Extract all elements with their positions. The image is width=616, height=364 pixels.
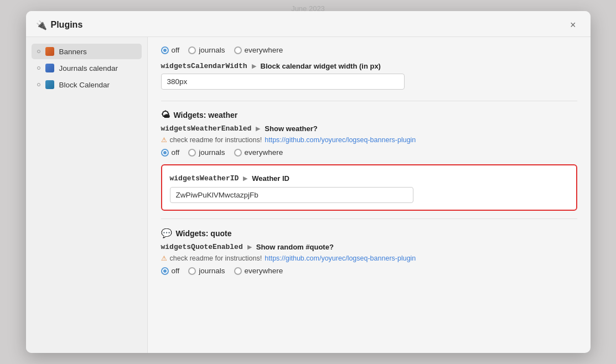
top-radio-row: off journals everywhere bbox=[161, 46, 577, 54]
sidebar-bullet-journals bbox=[37, 66, 40, 70]
weather-heading-icon: 🌤 bbox=[161, 110, 170, 120]
top-radio-off-circle bbox=[161, 46, 169, 54]
top-radio-everywhere[interactable]: everywhere bbox=[234, 46, 283, 54]
weather-radio-journals[interactable]: journals bbox=[188, 148, 225, 157]
quote-heading-icon: 💬 bbox=[161, 228, 172, 238]
plugins-dialog: 🔌 Plugins × Banners Journals calendar Bl… bbox=[26, 11, 591, 353]
banners-icon bbox=[45, 46, 55, 56]
weather-radio-row: off journals everywhere bbox=[161, 148, 577, 157]
weather-heading: 🌤 Widgets: weather bbox=[161, 107, 577, 120]
quote-radio-everywhere-label: everywhere bbox=[245, 267, 283, 275]
weather-radio-journals-circle bbox=[188, 149, 196, 157]
close-button[interactable]: × bbox=[567, 19, 579, 31]
weather-id-input[interactable] bbox=[170, 187, 413, 203]
weather-id-row: widgetsWeatherID ▶ Weather ID bbox=[170, 174, 568, 183]
sidebar-item-journals[interactable]: Journals calendar bbox=[32, 60, 142, 76]
top-radio-journals[interactable]: journals bbox=[188, 46, 225, 54]
quote-enabled-arrow: ▶ bbox=[247, 243, 252, 251]
weather-enabled-key: widgetsWeatherEnabled bbox=[161, 124, 252, 133]
quote-warning-row: ⚠ check readme for instructions! https:/… bbox=[161, 254, 577, 262]
quote-warning-text: check readme for instructions! bbox=[170, 254, 262, 262]
quote-link[interactable]: https://github.com/yoyurec/logseq-banner… bbox=[265, 254, 416, 262]
quote-heading: 💬 Widgets: quote bbox=[161, 225, 577, 238]
quote-enabled-desc: Show random #quote? bbox=[256, 243, 334, 251]
top-radio-everywhere-circle bbox=[234, 46, 242, 54]
bg-date: June 2023 bbox=[291, 4, 325, 13]
weather-radio-off-label: off bbox=[172, 148, 180, 157]
weather-warning-row: ⚠ check readme for instructions! https:/… bbox=[161, 136, 577, 144]
calendar-width-arrow: ▶ bbox=[252, 63, 256, 70]
calendar-width-input[interactable] bbox=[161, 74, 405, 90]
dialog-header: 🔌 Plugins × bbox=[26, 11, 591, 37]
quote-radio-journals[interactable]: journals bbox=[188, 267, 225, 275]
weather-radio-everywhere[interactable]: everywhere bbox=[234, 148, 283, 157]
weather-radio-everywhere-label: everywhere bbox=[245, 148, 283, 157]
quote-radio-journals-circle bbox=[188, 267, 196, 275]
weather-radio-off-circle bbox=[161, 149, 169, 157]
quote-radio-off[interactable]: off bbox=[161, 267, 180, 275]
sidebar-item-block[interactable]: Block Calendar bbox=[32, 77, 142, 92]
quote-warning-icon: ⚠ bbox=[161, 254, 167, 262]
weather-enabled-arrow: ▶ bbox=[256, 125, 260, 132]
weather-heading-label: Widgets: weather bbox=[174, 111, 238, 119]
quote-heading-label: Widgets: quote bbox=[176, 229, 232, 238]
plugin-icon: 🔌 bbox=[36, 20, 47, 30]
weather-radio-journals-label: journals bbox=[199, 148, 225, 157]
weather-id-box: widgetsWeatherID ▶ Weather ID bbox=[161, 164, 577, 211]
sidebar-label-block: Block Calendar bbox=[59, 81, 110, 89]
top-radio-off-label: off bbox=[172, 46, 180, 54]
weather-link[interactable]: https://github.com/yoyurec/logseq-banner… bbox=[265, 136, 416, 144]
quote-enabled-key: widgetsQuoteEnabled bbox=[161, 243, 243, 251]
weather-id-key: widgetsWeatherID bbox=[170, 174, 239, 183]
quote-radio-everywhere[interactable]: everywhere bbox=[234, 267, 283, 275]
divider-2 bbox=[161, 219, 577, 219]
sidebar: Banners Journals calendar Block Calendar bbox=[26, 37, 148, 353]
sidebar-bullet-block bbox=[37, 83, 40, 86]
calendar-width-row: widgetsCalendarWidth ▶ Block calendar wi… bbox=[161, 62, 577, 70]
weather-id-desc: Weather ID bbox=[252, 174, 289, 183]
quote-radio-row: off journals everywhere bbox=[161, 267, 577, 275]
weather-radio-off[interactable]: off bbox=[161, 148, 180, 157]
dialog-body: Banners Journals calendar Block Calendar… bbox=[26, 37, 591, 353]
journals-icon bbox=[45, 63, 55, 73]
top-radio-journals-circle bbox=[188, 46, 196, 54]
block-icon bbox=[45, 80, 55, 90]
dialog-title: 🔌 Plugins bbox=[36, 20, 83, 30]
top-radio-off[interactable]: off bbox=[161, 46, 180, 54]
top-radio-everywhere-label: everywhere bbox=[245, 46, 283, 54]
weather-enabled-row: widgetsWeatherEnabled ▶ Show weather? bbox=[161, 124, 577, 133]
weather-warning-icon: ⚠ bbox=[161, 136, 167, 144]
sidebar-label-banners: Banners bbox=[59, 48, 87, 56]
sidebar-item-banners[interactable]: Banners bbox=[32, 44, 142, 59]
quote-enabled-row: widgetsQuoteEnabled ▶ Show random #quote… bbox=[161, 243, 577, 251]
calendar-width-key: widgetsCalendarWidth bbox=[161, 62, 247, 70]
top-radio-journals-label: journals bbox=[199, 46, 225, 54]
quote-radio-off-circle bbox=[161, 267, 169, 275]
weather-id-arrow: ▶ bbox=[243, 175, 247, 182]
content-area: off journals everywhere widgetsCalendarW… bbox=[148, 37, 591, 353]
quote-radio-journals-label: journals bbox=[199, 267, 225, 275]
calendar-width-desc: Block calendar widget width (in px) bbox=[261, 62, 381, 70]
dialog-title-text: Plugins bbox=[51, 20, 83, 30]
weather-enabled-desc: Show weather? bbox=[265, 124, 317, 133]
weather-warning-text: check readme for instructions! bbox=[170, 136, 262, 144]
quote-radio-everywhere-circle bbox=[234, 267, 242, 275]
weather-radio-everywhere-circle bbox=[234, 149, 242, 157]
divider-1 bbox=[161, 101, 577, 101]
sidebar-bullet-banners bbox=[37, 50, 40, 53]
quote-radio-off-label: off bbox=[172, 267, 180, 275]
sidebar-label-journals: Journals calendar bbox=[59, 64, 118, 72]
